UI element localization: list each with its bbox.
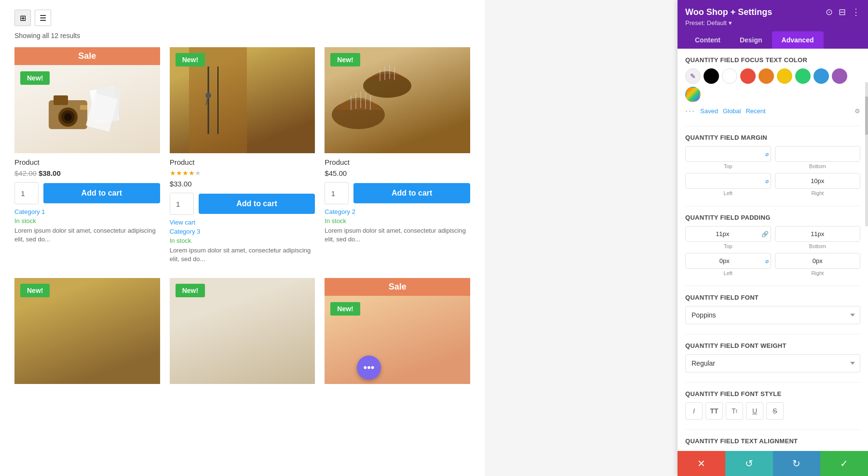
svg-point-4 xyxy=(64,113,72,121)
margin-right-input[interactable] xyxy=(775,173,860,188)
add-to-cart-button-1[interactable]: Add to cart xyxy=(43,183,160,203)
panel-tabs: Content Design Advanced xyxy=(685,31,860,49)
columns-icon[interactable]: ⊟ xyxy=(839,7,846,17)
more-icon[interactable]: ⋮ xyxy=(852,7,860,17)
padding-bottom-input[interactable] xyxy=(775,226,860,241)
color-blue-swatch[interactable] xyxy=(814,68,829,84)
color-black-swatch[interactable] xyxy=(704,68,719,84)
category-link-2[interactable]: Category 3 xyxy=(170,228,315,235)
quantity-input-2[interactable] xyxy=(170,193,194,215)
margin-right-field: Right xyxy=(775,173,861,196)
list-view-button[interactable]: ☰ xyxy=(35,10,51,26)
cancel-button[interactable]: ✕ xyxy=(678,451,725,476)
add-to-cart-button-2[interactable]: Add to cart xyxy=(199,194,315,214)
product-info-2: Product ★★★★★ $33.00 Add to cart View ca… xyxy=(170,153,315,268)
padding-left-input[interactable] xyxy=(686,253,763,268)
panel-header-icons: ⊙ ⊟ ⋮ xyxy=(826,7,860,17)
link-icon-padding-2[interactable]: ⌀ xyxy=(763,258,771,264)
margin-left-label: Left xyxy=(685,190,771,196)
text-alignment-section: Quantity Field Text Alignment xyxy=(685,437,860,445)
padding-left-label: Left xyxy=(685,270,771,276)
margin-label: Quantity Field Margin xyxy=(685,134,860,141)
margin-top-input-row: ⌀ xyxy=(685,146,771,162)
color-purple-swatch[interactable] xyxy=(832,68,847,84)
font-weight-dropdown[interactable]: Thin Light Regular Medium Bold Extra Bol… xyxy=(685,354,860,372)
margin-grid: ⌀ Top Bottom ⌀ Left xyxy=(685,146,860,196)
margin-section: Quantity Field Margin ⌀ Top Bottom xyxy=(685,134,860,196)
color-green-swatch[interactable] xyxy=(795,68,811,84)
undo-button[interactable]: ↺ xyxy=(725,451,773,476)
target-icon[interactable]: ⊙ xyxy=(826,7,833,17)
panel-preset[interactable]: Preset: Default ▾ xyxy=(685,19,860,26)
in-stock-2: In stock xyxy=(170,237,315,244)
font-dropdown[interactable]: Poppins Roboto Open Sans Lato Montserrat xyxy=(685,306,860,324)
link-icon-padding[interactable]: 🔗 xyxy=(760,231,771,238)
padding-bottom-field: Bottom xyxy=(775,226,861,249)
margin-bottom-field: Bottom xyxy=(775,146,861,169)
padding-right-field: Right xyxy=(775,253,861,276)
color-red-swatch[interactable] xyxy=(740,68,756,84)
global-link[interactable]: Global xyxy=(723,107,741,115)
product-image-5: New! xyxy=(170,278,315,384)
padding-label: Quantity Field Padding xyxy=(685,214,860,221)
tab-design[interactable]: Design xyxy=(730,31,772,49)
new-badge-4: New! xyxy=(20,284,50,297)
saved-row: ··· Saved Global Recent ⚙ xyxy=(685,106,860,116)
save-button[interactable]: ✓ xyxy=(820,451,868,476)
price-old-1: $42.00 xyxy=(14,169,37,177)
margin-bottom-label: Bottom xyxy=(775,163,861,169)
font-weight-label: Quantity Field Font Weight xyxy=(685,342,860,349)
product-price-1: $42.00$38.00 xyxy=(14,169,160,177)
padding-right-input[interactable] xyxy=(775,253,860,268)
product-image-2: New! xyxy=(170,47,315,153)
italic-button[interactable]: I xyxy=(685,402,703,420)
scroll-thumb[interactable] xyxy=(865,96,868,135)
margin-bottom-input[interactable] xyxy=(775,146,860,161)
underline-button[interactable]: U xyxy=(746,402,763,420)
link-icon-margin-2[interactable]: ⌀ xyxy=(763,178,771,185)
margin-left-input[interactable] xyxy=(686,173,763,188)
category-link-1[interactable]: Category 1 xyxy=(14,208,160,215)
padding-top-input[interactable] xyxy=(686,226,760,241)
small-caps-tt-button[interactable]: TT xyxy=(705,402,723,420)
tab-content[interactable]: Content xyxy=(685,31,730,49)
product-card-2: New! Product ★★★★★ $33.00 Ad xyxy=(170,47,315,268)
divider-6 xyxy=(685,429,860,430)
quantity-input-1[interactable] xyxy=(14,182,39,204)
color-orange-swatch[interactable] xyxy=(759,68,774,84)
product-price-3: $45.00 xyxy=(325,169,470,177)
color-custom-swatch[interactable] xyxy=(685,87,701,102)
color-white-swatch[interactable] xyxy=(722,68,737,84)
saved-link[interactable]: Saved xyxy=(700,107,718,115)
settings-gear-icon[interactable]: ⚙ xyxy=(854,107,860,115)
redo-button[interactable]: ↻ xyxy=(773,451,821,476)
results-count: Showing all 12 results xyxy=(14,32,470,40)
category-link-3[interactable]: Category 2 xyxy=(325,208,470,215)
small-caps-tt-2-button[interactable]: Tt xyxy=(726,402,743,420)
eyedropper-color-btn[interactable]: ✎ xyxy=(685,68,701,84)
redo-icon: ↻ xyxy=(792,458,800,469)
margin-top-input[interactable] xyxy=(686,146,763,161)
font-style-label: Quantity Field Font Style xyxy=(685,390,860,397)
add-to-cart-button-3[interactable]: Add to cart xyxy=(353,183,470,203)
tab-advanced[interactable]: Advanced xyxy=(772,31,824,49)
scrollbar[interactable] xyxy=(865,82,868,226)
quantity-input-3[interactable] xyxy=(325,182,349,204)
sale-banner: Sale xyxy=(14,47,160,65)
product-name-3: Product xyxy=(325,158,470,166)
margin-right-input-row xyxy=(775,173,861,189)
color-yellow-swatch[interactable] xyxy=(777,68,792,84)
view-cart-link-2[interactable]: View cart xyxy=(170,219,315,226)
new-badge-3: New! xyxy=(330,53,360,66)
price-new-1: $38.00 xyxy=(39,169,61,177)
cancel-icon: ✕ xyxy=(697,458,705,469)
in-stock-3: In stock xyxy=(325,217,470,225)
link-icon-margin[interactable]: ⌀ xyxy=(763,151,771,158)
main-content: ⊞ ☰ Showing all 12 results Sale New! xyxy=(0,0,485,476)
recent-link[interactable]: Recent xyxy=(746,107,765,115)
floating-action-button[interactable]: ••• xyxy=(357,356,381,380)
margin-bottom-input-row xyxy=(775,146,861,162)
product-stars-2: ★★★★★ xyxy=(170,169,315,177)
strikethrough-button[interactable]: S xyxy=(766,402,784,420)
grid-view-button[interactable]: ⊞ xyxy=(14,10,31,26)
